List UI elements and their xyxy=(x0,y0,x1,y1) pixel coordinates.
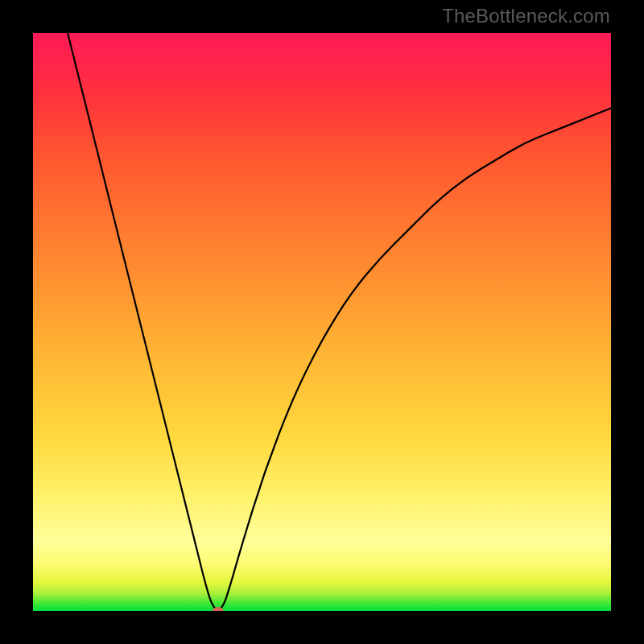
chart-frame: TheBottleneck.com xyxy=(0,0,644,644)
watermark-text: TheBottleneck.com xyxy=(442,5,610,27)
plot-area xyxy=(33,33,611,611)
curve-path xyxy=(68,33,611,609)
bottleneck-curve xyxy=(33,33,611,611)
